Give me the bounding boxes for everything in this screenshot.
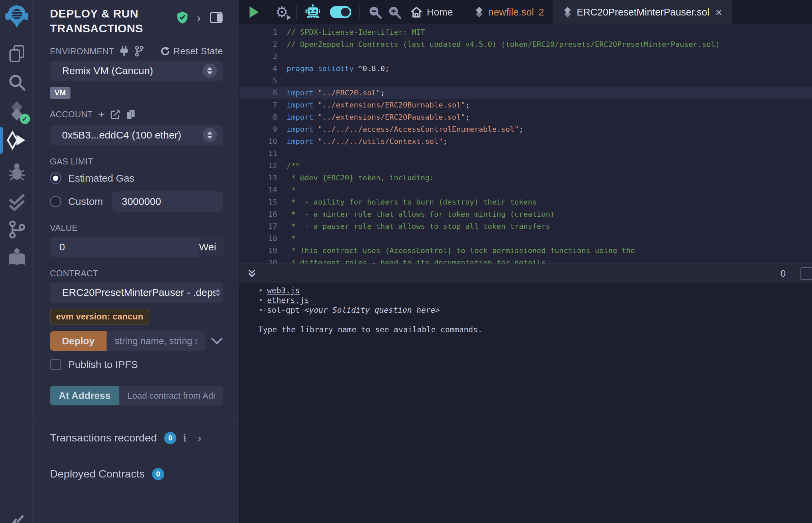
ai-toggle[interactable] (330, 6, 351, 18)
ai-robot-icon[interactable] (305, 4, 321, 20)
file-explorer-icon[interactable] (7, 44, 26, 63)
select-spinner-icon (203, 64, 217, 78)
panel-title: DEPLOY & RUN TRANSACTIONS (50, 6, 177, 36)
fork-state-icon[interactable] (134, 46, 144, 57)
terminal-command-placeholder: <your Solidity question here> (304, 305, 440, 315)
line-number: 14 (240, 184, 287, 196)
code-line[interactable]: 1// SPDX-License-Identifier: MIT (240, 26, 812, 38)
custom-gas-label: Custom (68, 196, 103, 207)
tab-bar: newfile.sol 2 ERC20PresetMinterPauser.so… (465, 0, 732, 24)
split-panel-icon[interactable] (209, 12, 223, 23)
tab-erc20presetminterpauser[interactable]: ERC20PresetMinterPauser.sol × (554, 0, 732, 24)
tab-newfile[interactable]: newfile.sol 2 (465, 0, 554, 24)
line-number: 1 (240, 26, 287, 38)
script-runner-gear-icon[interactable]: ⚙ (275, 5, 288, 20)
home-tab[interactable]: Home (410, 6, 453, 18)
info-icon[interactable]: i (183, 432, 187, 444)
code-line[interactable]: 9import "../../../access/AccessControlEn… (240, 123, 812, 136)
plug-icon[interactable] (119, 46, 129, 57)
estimated-gas-radio[interactable] (50, 173, 61, 184)
debugger-icon[interactable] (7, 162, 26, 181)
contract-select[interactable]: ERC20PresetMinterPauser - .deps/ (50, 283, 223, 303)
code-line[interactable]: 5 (240, 75, 812, 87)
terminal-list-item: •sol-gpt <your Solidity question here> (258, 305, 812, 315)
environment-select[interactable]: Remix VM (Cancun) (50, 61, 223, 81)
code-editor[interactable]: 1// SPDX-License-Identifier: MIT2// Open… (240, 24, 812, 264)
tab-error-count: 2 (539, 7, 544, 18)
at-address-button[interactable]: At Address (50, 386, 119, 405)
code-line[interactable]: 10import "../../../utils/Context.sol"; (240, 136, 812, 148)
at-address-input[interactable] (119, 386, 223, 405)
line-number: 3 (240, 51, 287, 63)
value-input[interactable] (50, 237, 199, 257)
add-account-icon[interactable]: + (98, 108, 105, 121)
code-line[interactable]: 2// OpenZeppelin Contracts (last updated… (240, 38, 812, 51)
code-line[interactable]: 18 * (240, 233, 812, 245)
value-label: VALUE (50, 223, 78, 233)
deploy-run-icon[interactable] (6, 130, 27, 151)
line-number: 12 (240, 160, 287, 172)
transactions-count-badge: 0 (164, 432, 176, 444)
zoom-in-icon[interactable] (387, 5, 402, 19)
expand-terminal-icon[interactable] (247, 269, 257, 279)
terminal-hint: Type the library name to see available c… (258, 325, 812, 335)
search-icon[interactable] (7, 73, 26, 92)
compile-success-badge: ✓ (20, 114, 30, 124)
line-number: 16 (240, 208, 287, 220)
remix-logo[interactable] (5, 4, 29, 30)
value-unit-select[interactable]: Wei (199, 237, 223, 257)
terminal-library-link[interactable]: ethers.js (267, 295, 309, 305)
chevron-right-icon[interactable]: › (198, 431, 201, 445)
code-line[interactable]: 7import "../extensions/ERC20Burnable.sol… (240, 99, 812, 111)
unit-spinner-icon (222, 243, 223, 251)
custom-gas-input[interactable] (112, 192, 223, 212)
code-line[interactable]: 4pragma solidity ^0.8.0; (240, 63, 812, 75)
code-line[interactable]: 12/** (240, 160, 812, 172)
publish-ipfs-checkbox[interactable] (50, 359, 61, 371)
custom-gas-radio[interactable] (50, 196, 61, 207)
deploy-button[interactable]: Deploy (50, 331, 107, 351)
zoom-out-icon[interactable] (368, 5, 382, 19)
code-line[interactable]: 16 * - a minter role that allows for tok… (240, 208, 812, 220)
solidity-compiler-icon[interactable]: ✓ (7, 101, 27, 121)
remix-ide: ✓ (0, 0, 812, 523)
code-line[interactable]: 14 * (240, 184, 812, 196)
code-line[interactable]: 15 * - ability for holders to burn (dest… (240, 196, 812, 208)
terminal-library-link[interactable]: web3.js (267, 286, 300, 295)
deployed-contracts-section[interactable]: Deployed Contracts 0 (34, 456, 239, 492)
code-line[interactable]: 20 * different roles - head to its docum… (240, 257, 812, 264)
contract-label: CONTRACT (50, 269, 98, 278)
close-tab-icon[interactable]: × (716, 6, 722, 19)
line-number: 10 (240, 136, 287, 148)
chevron-right-icon[interactable]: › (197, 11, 201, 24)
constructor-args-input[interactable] (107, 331, 205, 351)
code-line[interactable]: 11 (240, 148, 812, 160)
publish-ipfs-label: Publish to IPFS (68, 359, 138, 371)
editor-column: ⚙ (240, 0, 812, 523)
plugin-manager-icon[interactable] (8, 511, 26, 523)
expand-constructor-icon[interactable] (211, 337, 223, 345)
code-line[interactable]: 13 * @dev {ERC20} token, including: (240, 172, 812, 184)
code-line[interactable]: 19 * This contract uses {AccessControl} … (240, 245, 812, 257)
code-line[interactable]: 3 (240, 51, 812, 63)
account-select[interactable]: 0x5B3...eddC4 (100 ether) (50, 125, 223, 145)
bullet-icon: • (258, 305, 267, 315)
line-number: 15 (240, 196, 287, 208)
code-line[interactable]: 8import "../extensions/ERC20Pausable.sol… (240, 111, 812, 123)
reset-state-button[interactable]: Reset State (160, 46, 223, 57)
transactions-recorded-section[interactable]: Transactions recorded 0 i › (34, 420, 239, 456)
copy-account-icon[interactable] (126, 109, 135, 120)
vm-badge: VM (50, 87, 70, 99)
terminal-search-input[interactable] (800, 267, 812, 280)
code-line[interactable]: 6import "../ERC20.sol"; (240, 87, 812, 99)
terminal-list-item: •web3.js (258, 286, 812, 295)
git-icon[interactable] (8, 220, 26, 239)
shield-icon[interactable] (177, 11, 188, 24)
code-line[interactable]: 17 * - a pauser role that allows to stop… (240, 220, 812, 233)
run-icon[interactable] (249, 6, 259, 18)
line-number: 7 (240, 99, 287, 111)
edit-account-icon[interactable] (110, 109, 120, 120)
learneth-icon[interactable] (7, 248, 27, 267)
line-number: 13 (240, 172, 287, 184)
unit-testing-icon[interactable] (7, 192, 27, 212)
